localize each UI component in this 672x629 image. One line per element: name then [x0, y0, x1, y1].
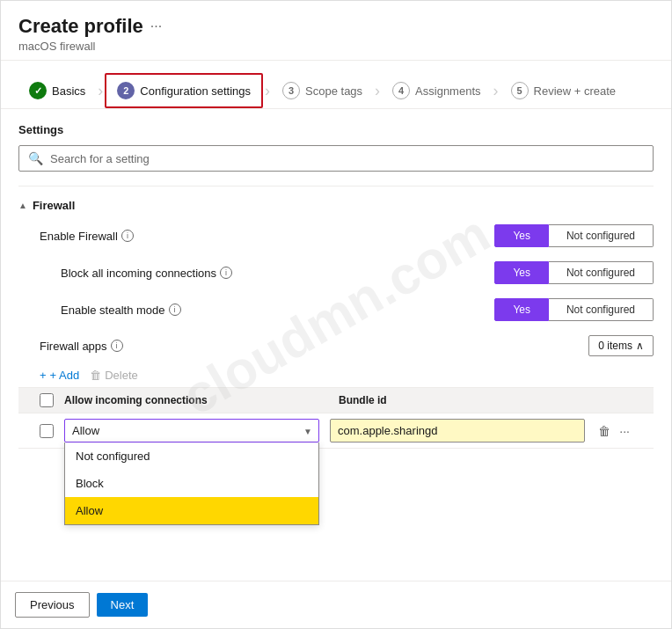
step-config[interactable]: 2 Configuration settings: [105, 73, 263, 108]
collapse-icon: ▲: [18, 201, 27, 210]
step-divider-2: ›: [263, 82, 272, 100]
enable-firewall-info-icon[interactable]: i: [121, 230, 134, 242]
delete-button[interactable]: 🗑 Delete: [90, 369, 138, 382]
step-scope-circle: 3: [282, 82, 300, 99]
stealth-mode-info-icon[interactable]: i: [169, 304, 181, 316]
select-all-checkbox[interactable]: [40, 393, 54, 407]
delete-label: Delete: [105, 369, 138, 382]
dropdown-menu: Not configured Block Allow: [64, 442, 319, 525]
firewall-section-header[interactable]: ▲ Firewall: [18, 194, 654, 217]
previous-button[interactable]: Previous: [15, 592, 90, 618]
search-input[interactable]: [50, 152, 644, 165]
add-icon: +: [40, 369, 47, 382]
more-options-icon[interactable]: ···: [150, 18, 162, 34]
settings-section-label: Settings: [18, 123, 654, 136]
block-all-not-configured-btn[interactable]: Not configured: [549, 261, 654, 284]
firewall-apps-info-icon[interactable]: i: [111, 340, 123, 352]
page-subtitle: macOS firewall: [18, 40, 654, 53]
step-assignments-circle: 4: [392, 82, 410, 99]
stealth-mode-row: Enable stealth mode i Yes Not configured: [18, 291, 654, 328]
bundle-id-input[interactable]: [330, 419, 585, 442]
block-all-row: Block all incoming connections i Yes Not…: [18, 254, 654, 291]
search-icon: 🔍: [28, 151, 43, 165]
stealth-mode-yes-btn[interactable]: Yes: [494, 298, 549, 321]
dropdown-item-not-configured[interactable]: Not configured: [65, 442, 318, 470]
dropdown-wrapper: Allow ▼ Not configured Block Allow: [64, 419, 319, 442]
enable-firewall-not-configured-btn[interactable]: Not configured: [549, 224, 654, 247]
block-all-info-icon[interactable]: i: [220, 267, 232, 279]
step-basics[interactable]: ✓ Basics: [18, 75, 96, 106]
step-review-label: Review + create: [534, 84, 617, 98]
allow-dropdown[interactable]: Allow: [64, 419, 319, 442]
content-area: Settings 🔍 ▲ Firewall Enable Firewall i …: [1, 109, 671, 581]
dropdown-item-allow[interactable]: Allow: [65, 497, 318, 524]
dropdown-item-block[interactable]: Block: [65, 470, 318, 497]
enable-firewall-row: Enable Firewall i Yes Not configured: [18, 217, 654, 254]
enable-firewall-toggle: Yes Not configured: [494, 224, 654, 247]
add-delete-row: + + Add 🗑 Delete: [18, 363, 654, 387]
step-divider-1: ›: [96, 82, 105, 100]
table-row: Allow ▼ Not configured Block Allow 🗑 ···: [18, 413, 654, 449]
items-badge[interactable]: 0 items ∧: [588, 335, 654, 356]
row-actions: 🗑 ···: [595, 421, 632, 441]
wizard-steps: ✓ Basics › 2 Configuration settings › 3 …: [1, 61, 671, 109]
items-count: 0 items: [598, 340, 632, 352]
dropdown-value: Allow: [72, 424, 99, 437]
main-container: cloudmn.com Create profile ··· macOS fir…: [0, 0, 672, 629]
step-basics-label: Basics: [52, 84, 85, 98]
block-all-yes-btn[interactable]: Yes: [494, 261, 549, 284]
search-bar[interactable]: 🔍: [18, 145, 654, 172]
next-button[interactable]: Next: [97, 593, 149, 617]
footer: Previous Next: [1, 581, 671, 628]
add-button[interactable]: + + Add: [40, 369, 79, 382]
stealth-mode-label: Enable stealth mode i: [61, 304, 307, 317]
col-bundle-header: Bundle id: [339, 394, 632, 406]
table-header: Allow incoming connections Bundle id: [18, 387, 654, 413]
row-delete-button[interactable]: 🗑: [595, 421, 613, 441]
step-review[interactable]: 5 Review + create: [500, 75, 627, 106]
firewall-apps-row: Firewall apps i 0 items ∧: [18, 328, 654, 363]
add-label: + Add: [50, 369, 80, 382]
block-all-label: Block all incoming connections i: [61, 267, 307, 280]
step-assignments[interactable]: 4 Assignments: [382, 75, 491, 106]
enable-firewall-label: Enable Firewall i: [40, 230, 286, 243]
step-review-circle: 5: [511, 82, 529, 99]
row-more-button[interactable]: ···: [617, 421, 632, 441]
step-basics-circle: ✓: [29, 82, 47, 99]
step-scope[interactable]: 3 Scope tags: [272, 75, 373, 106]
step-divider-3: ›: [373, 82, 382, 100]
row-checkbox[interactable]: [40, 424, 54, 438]
step-config-label: Configuration settings: [140, 84, 251, 98]
page-title: Create profile: [18, 15, 143, 38]
block-all-toggle: Yes Not configured: [494, 261, 654, 284]
enable-firewall-yes-btn[interactable]: Yes: [494, 224, 549, 247]
step-assignments-label: Assignments: [415, 84, 480, 98]
step-config-circle: 2: [117, 82, 135, 99]
col-allow-header: Allow incoming connections: [64, 394, 328, 406]
stealth-mode-not-configured-btn[interactable]: Not configured: [549, 298, 654, 321]
header: Create profile ··· macOS firewall: [1, 1, 671, 61]
divider-1: [18, 186, 654, 187]
step-divider-4: ›: [492, 82, 500, 100]
trash-icon: 🗑: [90, 369, 101, 382]
items-chevron-icon: ∧: [636, 340, 644, 352]
stealth-mode-toggle: Yes Not configured: [494, 298, 654, 321]
firewall-section-title: Firewall: [33, 199, 75, 212]
firewall-apps-label: Firewall apps i: [40, 340, 581, 353]
step-scope-label: Scope tags: [305, 84, 362, 98]
